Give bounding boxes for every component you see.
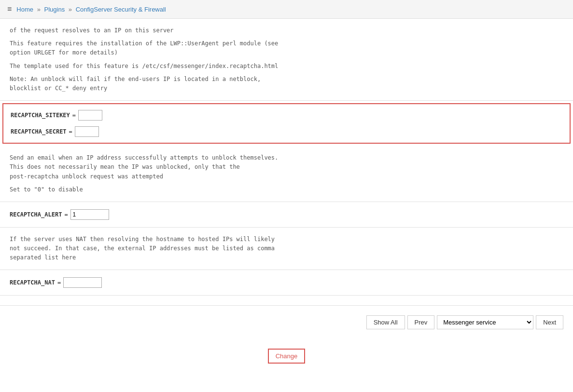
recaptcha-sitekey-label: RECAPTCHA_SITEKEY	[11, 112, 70, 119]
recaptcha-alert-equals: =	[64, 211, 68, 218]
change-area: Change	[0, 339, 573, 373]
breadcrumb-sep-1: »	[37, 6, 41, 13]
main-content: of the request resolves to an IP on this…	[0, 19, 573, 373]
recaptcha-alert-row: RECAPTCHA_ALERT =	[10, 209, 563, 220]
breadcrumb: Home » Plugins » ConfigServer Security &…	[16, 6, 166, 13]
recaptcha-sitekey-equals: =	[72, 112, 76, 119]
breadcrumb-plugins[interactable]: Plugins	[44, 6, 65, 13]
alert-desc-line-4: Set to "0" to disable	[10, 185, 563, 194]
desc-line-2: This feature requires the installation o…	[10, 39, 563, 57]
change-button[interactable]: Change	[268, 349, 306, 364]
alert-desc-line-3: post-recaptcha unblock request was attem…	[10, 172, 563, 181]
recaptcha-sitekey-row: RECAPTCHA_SITEKEY =	[11, 110, 562, 121]
desc-line-4: Note: An unblock will fail if the end-us…	[10, 75, 563, 93]
recaptcha-sitekey-input[interactable]	[78, 110, 102, 121]
alert-desc-line-1: Send an email when an IP address success…	[10, 153, 563, 162]
show-all-button[interactable]: Show All	[366, 315, 405, 329]
prev-button[interactable]: Prev	[407, 315, 435, 329]
recaptcha-secret-label: RECAPTCHA_SECRET	[11, 128, 67, 135]
nat-description-block: If the server uses NAT then resolving th…	[0, 228, 573, 270]
recaptcha-nat-label: RECAPTCHA_NAT	[10, 279, 55, 286]
breadcrumb-csf[interactable]: ConfigServer Security & Firewall	[76, 6, 166, 13]
breadcrumb-home[interactable]: Home	[16, 6, 33, 13]
recaptcha-nat-block: RECAPTCHA_NAT =	[0, 270, 573, 296]
section-select[interactable]: Messenger service	[437, 315, 533, 329]
recaptcha-nat-equals: =	[57, 279, 61, 286]
recaptcha-nat-input[interactable]	[63, 277, 102, 288]
recaptcha-secret-row: RECAPTCHA_SECRET =	[11, 126, 562, 137]
recaptcha-keys-block: RECAPTCHA_SITEKEY = RECAPTCHA_SECRET =	[2, 103, 571, 144]
recaptcha-nat-row: RECAPTCHA_NAT =	[10, 277, 563, 288]
desc-line-1: of the request resolves to an IP on this…	[10, 26, 563, 35]
recaptcha-alert-label: RECAPTCHA_ALERT	[10, 211, 62, 218]
desc-line-3: The template used for this feature is /e…	[10, 62, 563, 71]
nat-desc-line-2: not succeed. In that case, the external …	[10, 244, 563, 253]
nat-desc-line-1: If the server uses NAT then resolving th…	[10, 235, 563, 244]
recaptcha-alert-input[interactable]	[70, 209, 109, 220]
alert-desc-line-2: This does not necessarily mean the IP wa…	[10, 162, 563, 172]
bottom-navigation: Show All Prev Messenger service Next	[0, 305, 573, 339]
recaptcha-alert-block: RECAPTCHA_ALERT =	[0, 202, 573, 228]
header: ≡ Home » Plugins » ConfigServer Security…	[0, 0, 573, 19]
top-description: of the request resolves to an IP on this…	[0, 19, 573, 101]
next-button[interactable]: Next	[536, 315, 563, 329]
nat-desc-line-3: separated list here	[10, 253, 563, 262]
menu-icon[interactable]: ≡	[7, 5, 12, 14]
recaptcha-secret-input[interactable]	[75, 126, 99, 137]
alert-description-block: Send an email when an IP address success…	[0, 146, 573, 202]
recaptcha-secret-equals: =	[69, 128, 72, 135]
breadcrumb-sep-2: »	[69, 6, 72, 13]
